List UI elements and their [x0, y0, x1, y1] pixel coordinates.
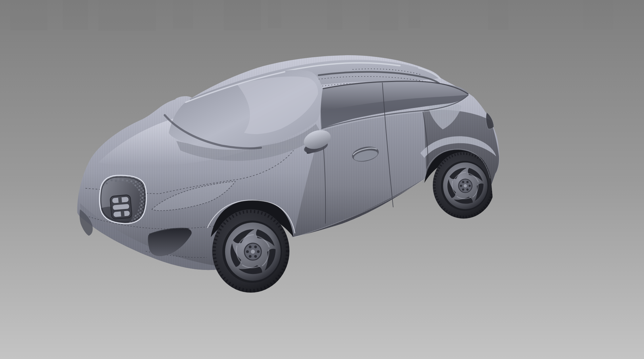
cad-3d-viewport[interactable] [0, 0, 644, 359]
front-wheel [212, 209, 289, 293]
brand-emblem [110, 195, 132, 219]
render-canvas [0, 0, 644, 359]
